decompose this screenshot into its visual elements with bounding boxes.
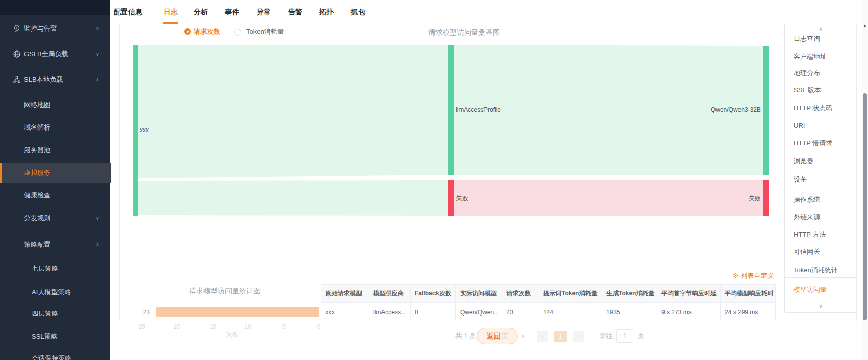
sidebar-item-slb[interactable]: SLB本地负载 ∧ (0, 72, 110, 87)
sidebar-item-network-map[interactable]: 网络地图 (0, 97, 110, 113)
col-header: 生成Token消耗量 (602, 285, 657, 303)
panel-item-http-method[interactable]: HTTP 方法 (785, 227, 865, 242)
tab-capture[interactable]: 抓包 (351, 0, 365, 24)
panel-item-token-usage-stats[interactable]: Token消耗统计 (785, 263, 865, 278)
radio-request-count[interactable] (184, 28, 191, 35)
sidebar: 监控与告警 ∨ GSLB全局负载 ∨ SLB本地负载 ∧ 网络地图 域名解析 服… (0, 0, 110, 360)
chevron-down-icon: ∨ (819, 303, 823, 309)
pagination-total: 共 1 条 (455, 328, 476, 344)
radio-request-count-label[interactable]: 请求次数 (194, 24, 220, 39)
axis-tick-label: 0 (311, 323, 326, 330)
panel-item-http-slow-request[interactable]: HTTP 慢请求 (785, 136, 865, 151)
cell-provider: llmAccess... (369, 303, 411, 321)
pagination-prev-button[interactable]: ‹ (537, 331, 548, 342)
radio-token-usage-label[interactable]: Token消耗量 (246, 24, 284, 39)
sankey-node-model[interactable] (763, 46, 769, 175)
sidebar-item-label: 分发规则 (24, 214, 50, 222)
per-page-chevron-icon[interactable]: ∨ (521, 328, 525, 344)
sidebar-item-ai-model-policy[interactable]: AI大模型策略 (0, 285, 110, 300)
nodes-icon (13, 75, 21, 84)
customize-columns-button[interactable]: ⚙ 列表自定义 (733, 271, 774, 280)
panel-item-http-status[interactable]: HTTP 状态码 (785, 100, 865, 116)
monitor-icon (13, 24, 21, 33)
sankey-node-source[interactable] (133, 45, 138, 216)
axis-tick-label: 15 (205, 323, 220, 330)
pagination-next-button[interactable]: › (573, 331, 584, 342)
tab-analysis[interactable]: 分析 (194, 0, 208, 24)
panel-item-client-address[interactable]: 客户端地址 (785, 49, 865, 64)
sidebar-item-monitor-alerts[interactable]: 监控与告警 ∨ (0, 21, 110, 36)
cell-ttfb: 9 s 273 ms (657, 303, 721, 321)
col-header: 原始请求模型 (321, 285, 369, 303)
table-row[interactable]: xxx llmAccess... 0 Qwen/Qwen... 23 144 1… (321, 303, 776, 321)
panel-bottom-border (785, 312, 857, 313)
col-header: 实际访问模型 (456, 285, 502, 303)
pagination-current-page[interactable]: 1 (554, 331, 567, 342)
tab-alerts[interactable]: 告警 (288, 0, 302, 24)
axis-tick-label: 25 (134, 323, 149, 330)
tab-anomaly[interactable]: 异常 (257, 0, 271, 24)
tab-config-info[interactable]: 配置信息 (114, 0, 142, 24)
sankey-label-model: Qwen/Qwen3-32B (704, 106, 761, 113)
tab-events[interactable]: 事件 (225, 0, 239, 24)
panel-item-referrer[interactable]: 外链来源 (785, 210, 865, 225)
back-button-label: 返回 (487, 332, 501, 340)
sidebar-item-dns[interactable]: 域名解析 (0, 120, 110, 135)
back-button[interactable]: 返回页 (477, 328, 518, 344)
chevron-down-icon: ∨ (96, 46, 99, 62)
cell-actual-model: Qwen/Qwen... (456, 303, 502, 321)
panel-item-device[interactable]: 设备 (785, 172, 865, 187)
panel-item-trusted-gateway[interactable]: 可信网关 (785, 244, 865, 260)
sankey-label-profile: llmAccessProfile (456, 106, 501, 113)
axis-tick-label: 10 (240, 323, 256, 330)
scrollbar-up-arrow-icon[interactable]: ▲ (862, 23, 868, 28)
chevron-up-icon: ∧ (96, 237, 99, 252)
panel-item-model-access-active[interactable]: 模型访问量 (785, 282, 865, 297)
sidebar-item-gslb[interactable]: GSLB全局负载 ∨ (0, 46, 110, 62)
chevron-down-icon: ∨ (96, 211, 99, 226)
sidebar-item-session-policy[interactable]: 会话保持策略 (0, 351, 110, 360)
per-page-suffix: 页 (502, 332, 508, 340)
sidebar-item-health-check[interactable]: 健康检查 (0, 188, 110, 203)
sidebar-item-l4-policy[interactable]: 四层策略 (0, 306, 110, 321)
sidebar-item-label: SLB本地负载 (24, 75, 63, 83)
sidebar-item-policy-config[interactable]: 策略配置 ∧ (0, 237, 110, 252)
sidebar-item-label: 策略配置 (24, 241, 50, 248)
sidebar-item-label: 会话保持策略 (32, 354, 71, 360)
panel-item-os[interactable]: 操作系统 (785, 192, 865, 208)
sankey-link-source-to-fail (138, 180, 448, 216)
globe-icon (13, 50, 21, 58)
panel-scroll-down-chevron[interactable]: ∨ (785, 300, 856, 312)
sidebar-item-server-pool[interactable]: 服务器池 (0, 143, 110, 158)
panel-item-geo-distribution[interactable]: 地理分布 (785, 66, 865, 81)
page-scrollbar-thumb[interactable] (863, 93, 867, 320)
tab-bar (110, 0, 868, 24)
sidebar-item-virtual-service[interactable]: 虚拟服务 (0, 163, 111, 183)
table-header-row: 原始请求模型 模型供应商 Fallback次数 实际访问模型 请求次数 提示词T… (321, 285, 776, 303)
chevron-down-icon: ∨ (96, 21, 99, 36)
sidebar-item-l7-policy[interactable]: 七层策略 (0, 261, 110, 276)
panel-item-uri[interactable]: URI (785, 118, 865, 134)
sidebar-item-label: 虚拟服务 (24, 169, 50, 176)
tab-topology[interactable]: 拓扑 (319, 0, 334, 24)
sankey-node-fail-right[interactable] (763, 180, 769, 216)
panel-divider (785, 277, 857, 278)
stat-bar-value: 23 (126, 308, 150, 316)
panel-item-log-query[interactable]: 日志查询 (785, 31, 865, 46)
radio-token-usage[interactable] (234, 29, 241, 36)
tab-logs[interactable]: 日志 (164, 0, 178, 24)
col-header: 提示词Token消耗量 (539, 285, 602, 303)
axis-tick-label: 20 (169, 323, 185, 330)
sidebar-item-ssl-policy[interactable]: SSL策略 (0, 329, 110, 344)
sidebar-item-dispatch-rules[interactable]: 分发规则 ∨ (0, 211, 110, 226)
panel-item-ssl-version[interactable]: SSL 版本 (785, 83, 865, 98)
customize-columns-label: 列表自定义 (741, 272, 774, 279)
sankey-node-fail-mid[interactable] (448, 180, 454, 216)
cell-request-count: 23 (502, 303, 539, 321)
sankey-link-fail-to-fail (454, 180, 763, 216)
sankey-node-profile[interactable] (448, 45, 454, 175)
pagination-goto-input[interactable] (616, 329, 633, 343)
stat-chart-title: 请求模型访问量统计图 (153, 287, 297, 296)
pagination-goto-label: 前往 (600, 328, 613, 344)
panel-item-browser[interactable]: 浏览器 (785, 153, 865, 169)
